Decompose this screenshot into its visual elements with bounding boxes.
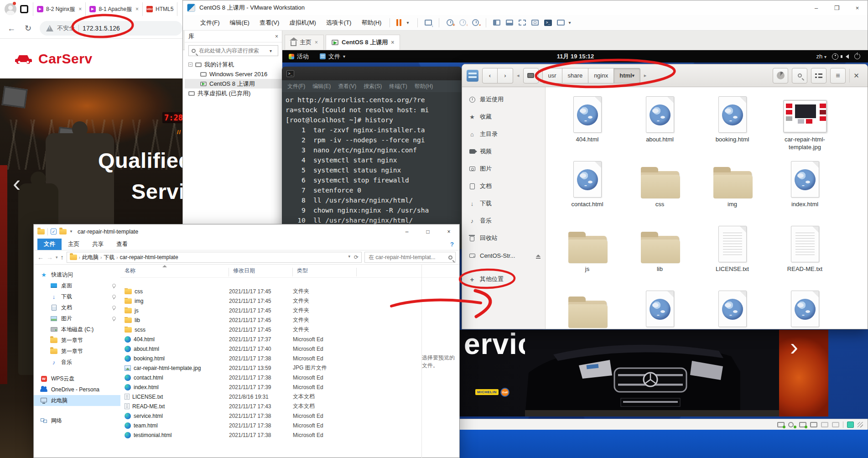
sidebar-item-其他位置[interactable]: +其他位置 — [462, 271, 545, 288]
sound-icon[interactable] — [821, 422, 828, 427]
tab-close-icon[interactable]: × — [135, 6, 139, 12]
library-tree-item[interactable]: 共享虚拟机 (已弃用) — [185, 88, 282, 98]
terminal-menu-item[interactable]: 文件(F) — [287, 83, 305, 90]
terminal-menu-item[interactable]: 帮助(H) — [415, 83, 433, 90]
volume-icon[interactable] — [846, 54, 849, 59]
path-button-share[interactable]: share — [562, 68, 589, 83]
sidebar-item-音乐[interactable]: ♪音乐 — [34, 357, 120, 368]
display-settings-button[interactable] — [556, 18, 566, 28]
sidebar-item-音乐[interactable]: ♪音乐 — [462, 212, 545, 229]
snapshot-revert-button[interactable]: ‹ — [457, 18, 468, 28]
file-item-js[interactable]: js — [551, 222, 624, 287]
file-item-index.html[interactable]: index.html — [769, 157, 841, 222]
sidebar-item-第一章节[interactable]: 第一章节 — [34, 346, 120, 357]
table-row[interactable]: img2021/11/17 17:45文件夹 — [120, 296, 459, 306]
column-header-名称[interactable]: 名称 — [120, 267, 229, 277]
menu-item[interactable]: 选项卡(T) — [322, 17, 356, 29]
nav-forward-button[interactable]: › — [498, 68, 513, 83]
operations-progress-button[interactable] — [773, 68, 788, 83]
sidebar-item-OneDrive - Persona[interactable]: OneDrive - Persona — [34, 384, 120, 395]
power-icon[interactable] — [854, 53, 860, 59]
sidebar-item-本地磁盘 (C:)[interactable]: 本地磁盘 (C:) — [34, 324, 120, 335]
qat-dropdown-icon[interactable]: ▼ — [69, 229, 73, 234]
table-row[interactable]: car-repair-html-template.jpg2021/11/17 1… — [120, 363, 459, 373]
sidebar-item-网络[interactable]: 网络 — [34, 415, 120, 426]
path-button-usr[interactable]: usr — [542, 68, 562, 83]
back-icon[interactable]: ← — [7, 24, 16, 33]
address-dropdown-icon[interactable]: ▾ — [348, 254, 350, 260]
file-item-READ-ME.txt[interactable]: READ-ME.txt — [769, 222, 841, 287]
usb-icon[interactable] — [832, 422, 839, 427]
sidebar-item-此电脑[interactable]: 此电脑 — [34, 395, 120, 406]
cd-rom-icon[interactable] — [788, 422, 795, 427]
show-library-button[interactable] — [492, 18, 502, 28]
table-row[interactable]: booking.html2021/11/17 17:38Microsoft Ed — [120, 354, 459, 363]
path-scroll-left-icon[interactable]: ◂ — [517, 73, 520, 78]
table-row[interactable]: about.html2021/11/17 17:40Microsoft Ed — [120, 344, 459, 354]
sidebar-item-快速访问[interactable]: ★快速访问 — [34, 269, 120, 280]
sidebar-item-桌面[interactable]: 桌面 — [34, 280, 120, 291]
file-item-LICENSE.txt[interactable]: LICENSE.txt — [696, 222, 769, 287]
close-button[interactable]: × — [438, 224, 459, 239]
file-item-scss[interactable]: scss — [551, 287, 624, 329]
menu-button[interactable]: ≡ — [830, 68, 846, 83]
library-search[interactable]: ▾ — [188, 45, 278, 56]
search-button[interactable] — [792, 68, 807, 83]
carousel-prev-arrow[interactable]: ‹ — [13, 170, 21, 197]
refresh-icon[interactable]: ⟳ — [354, 254, 359, 260]
terminal-menu-item[interactable]: 查看(V) — [338, 83, 356, 90]
terminal-menu-item[interactable]: 终端(T) — [389, 83, 407, 90]
sidebar-item-下载[interactable]: ↓下载 — [462, 195, 545, 212]
file-item-car-repair-html-template.jpg[interactable]: car-repair-html-template.jpg — [769, 93, 841, 157]
minimize-button[interactable]: – — [806, 0, 826, 15]
library-tree-item[interactable]: CentOS 8 上课用 — [185, 79, 282, 88]
display-dropdown-icon[interactable]: ▾ — [568, 20, 574, 25]
table-row[interactable]: lib2021/11/17 17:45文件夹 — [120, 315, 459, 325]
path-button-html[interactable]: html ▾ — [614, 68, 640, 83]
explorer-search-box[interactable] — [364, 252, 456, 263]
library-tree-item[interactable]: −我的计算机 — [185, 60, 282, 69]
terminal-menu-item[interactable]: 编辑(E) — [312, 83, 331, 90]
path-button-nginx[interactable]: nginx — [588, 68, 614, 83]
menu-item[interactable]: 编辑(E) — [225, 17, 254, 29]
column-header-修改日期[interactable]: 修改日期 — [229, 267, 293, 277]
table-row[interactable]: index.html2021/11/17 17:39Microsoft Ed — [120, 382, 459, 392]
table-row[interactable]: team.html2021/11/17 17:38Microsoft Ed — [120, 421, 459, 430]
help-button[interactable]: ? — [450, 241, 454, 248]
breadcrumb-item[interactable]: 下载 — [104, 254, 114, 261]
browser-tab[interactable]: HSUHTML5 — [143, 2, 177, 16]
gnome-app-menu[interactable]: 文件 ▾ — [320, 52, 345, 61]
sidebar-item-图片[interactable]: 图片 — [34, 313, 120, 324]
filesystem-root-button[interactable] — [523, 68, 539, 83]
address-bar[interactable]: 不安全 172.31.5.126 — [40, 21, 182, 36]
send-ctrl-alt-del-button[interactable] — [423, 18, 433, 28]
sidebar-item-最近使用[interactable]: 最近使用 — [462, 91, 545, 108]
url-text[interactable]: 172.31.5.126 — [83, 25, 120, 32]
table-row[interactable]: js2021/11/17 17:45文件夹 — [120, 306, 459, 315]
tab-close-icon[interactable]: × — [391, 39, 394, 46]
library-search-input[interactable] — [198, 47, 267, 54]
fullscreen-button[interactable] — [517, 18, 527, 28]
gnome-clock[interactable]: 11月 19 15:12 — [557, 52, 594, 61]
pause-vm-icon[interactable] — [396, 19, 401, 26]
terminal-titlebar[interactable]: >_ — [282, 67, 462, 80]
library-close-icon[interactable]: × — [275, 33, 278, 40]
vm-tab-centos[interactable]: CentOS 8 上课用× — [326, 35, 400, 50]
sidebar-item-文档[interactable]: 文档 — [34, 302, 120, 313]
close-button[interactable]: × — [847, 0, 868, 15]
window-close-icon[interactable]: ✕ — [849, 69, 863, 83]
sidebar-item-视频[interactable]: 视频 — [462, 143, 545, 160]
file-item-team.html[interactable]: team.html — [696, 287, 769, 329]
table-row[interactable]: service.html2021/11/17 17:38Microsoft Ed — [120, 411, 459, 421]
snapshot-take-button[interactable]: + — [445, 18, 455, 28]
ribbon-tab-主页[interactable]: 主页 — [62, 239, 86, 250]
ribbon-tab-查看[interactable]: 查看 — [110, 239, 134, 250]
input-language-indicator[interactable]: zh ▾ — [816, 53, 826, 60]
vmware-titlebar[interactable]: CentOS 8 上课用 - VMware Workstation –❒× — [183, 0, 868, 15]
file-item-contact.html[interactable]: contact.html — [551, 157, 624, 222]
path-scroll-right-icon[interactable]: ▸ — [644, 73, 647, 78]
sidebar-item-第一章节[interactable]: 第一章节 — [34, 335, 120, 346]
printer-icon[interactable] — [810, 422, 817, 427]
brand-logo-text[interactable]: CarServ — [38, 51, 93, 67]
sidebar-item-下载[interactable]: ↓下载 — [34, 291, 120, 302]
